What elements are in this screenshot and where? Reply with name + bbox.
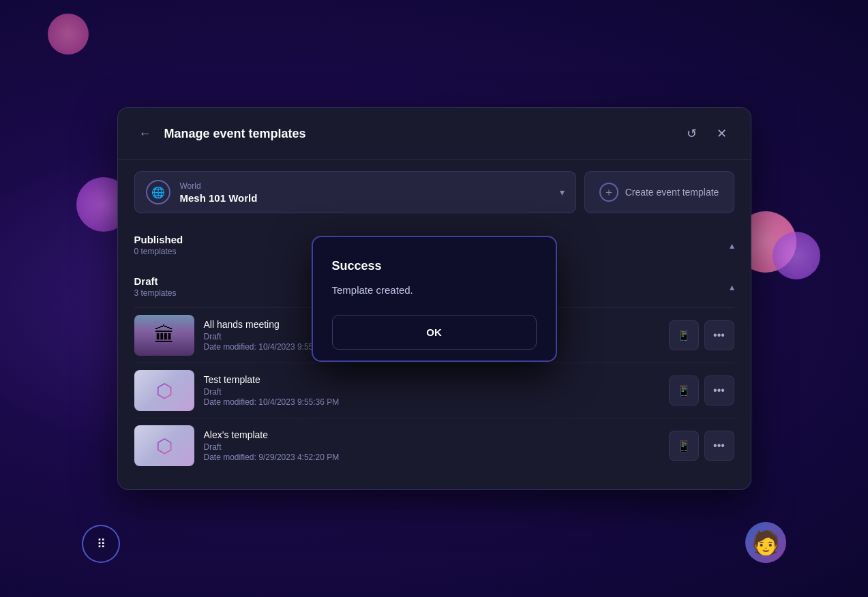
bg-decoration-2 xyxy=(48,14,89,55)
bottom-right-avatar[interactable]: 🧑 xyxy=(745,522,786,563)
bottom-left-icon[interactable]: ⠿ xyxy=(82,525,120,563)
modal-overlay: Success Template created. OK xyxy=(118,108,751,489)
main-window: ← Manage event templates ↺ ✕ 🌐 World Mes… xyxy=(117,107,751,490)
success-modal: Success Template created. OK xyxy=(312,236,557,362)
ok-button[interactable]: OK xyxy=(332,315,537,350)
grid-icon: ⠿ xyxy=(97,536,106,551)
bg-decoration-4 xyxy=(773,232,820,279)
modal-title: Success xyxy=(332,259,537,273)
modal-body: Template created. xyxy=(332,284,537,296)
avatar-icon: 🧑 xyxy=(751,531,780,554)
